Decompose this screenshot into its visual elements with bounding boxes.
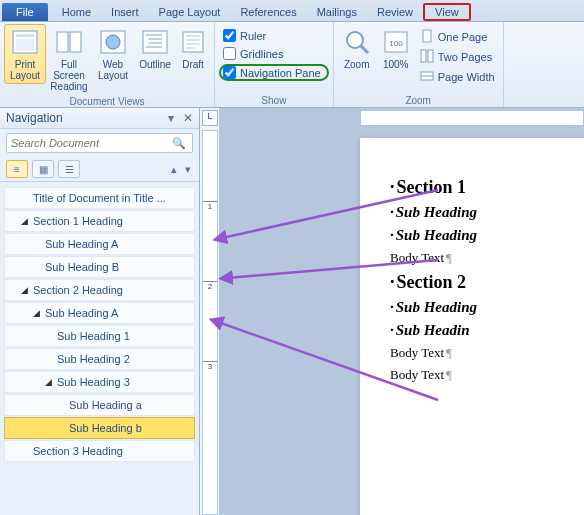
nav-tree-label: Sub Heading B [45, 261, 119, 273]
outline-button[interactable]: Outline [136, 24, 174, 73]
one-page-icon [420, 29, 434, 45]
group-show: Ruler Gridlines Navigation Pane Show [215, 22, 334, 107]
ruler-checkbox[interactable] [223, 29, 236, 42]
expand-icon[interactable]: ◢ [21, 216, 31, 226]
nav-tab-pages[interactable]: ▦ [32, 160, 54, 178]
page-line[interactable]: Body Text [390, 342, 584, 364]
page-line[interactable]: Sub Heading [390, 201, 584, 224]
tab-review[interactable]: Review [367, 3, 423, 21]
vertical-ruler[interactable]: 1 2 3 [202, 130, 218, 515]
nav-tree-label: Sub Heading A [45, 307, 118, 319]
navigation-pane: Navigation ▾ ✕ 🔍 ≡ ▦ ☰ ▴ ▾ Title of Docu… [0, 108, 200, 515]
tab-page-layout[interactable]: Page Layout [149, 3, 231, 21]
nav-tree-item[interactable]: Sub Heading b [4, 417, 195, 439]
gridlines-checkbox-row[interactable]: Gridlines [219, 46, 287, 61]
page-line[interactable]: Body Text [390, 364, 584, 386]
tab-home[interactable]: Home [52, 3, 101, 21]
nav-tree-item[interactable]: Sub Heading B [4, 256, 195, 278]
nav-tree-item[interactable]: Sub Heading a [4, 394, 195, 416]
nav-tree-item[interactable]: Sub Heading 1 [4, 325, 195, 347]
gridlines-label: Gridlines [240, 48, 283, 60]
nav-tree-item[interactable]: ◢Section 1 Heading [4, 210, 195, 232]
workspace: Navigation ▾ ✕ 🔍 ≡ ▦ ☰ ▴ ▾ Title of Docu… [0, 108, 584, 515]
nav-tree-label: Sub Heading 3 [57, 376, 130, 388]
svg-line-18 [361, 46, 368, 53]
navigation-pane-checkbox[interactable] [223, 66, 236, 79]
page-width-button[interactable]: Page Width [416, 68, 499, 86]
nav-tree-label: Section 1 Heading [33, 215, 123, 227]
svg-rect-1 [16, 34, 34, 37]
tab-view[interactable]: View [423, 3, 471, 21]
navigation-pane-checkbox-row[interactable]: Navigation Pane [219, 64, 329, 81]
expand-icon[interactable]: ◢ [33, 308, 43, 318]
zoom-100-icon: 100 [380, 27, 412, 57]
nav-tree-item[interactable]: Title of Document in Title ... [4, 187, 195, 209]
nav-tree-label: Sub Heading 1 [57, 330, 130, 342]
one-page-button[interactable]: One Page [416, 28, 499, 46]
full-screen-label: Full Screen Reading [50, 59, 88, 92]
navigation-search-input[interactable] [7, 134, 166, 152]
nav-tree-label: Section 3 Heading [33, 445, 123, 457]
full-screen-icon [53, 27, 85, 57]
ruler-tab-stop-toggle[interactable]: L [202, 110, 218, 126]
tab-references[interactable]: References [230, 3, 306, 21]
expand-icon[interactable]: ◢ [45, 377, 55, 387]
tab-file[interactable]: File [2, 3, 48, 21]
tab-mailings[interactable]: Mailings [307, 3, 367, 21]
nav-tree-item[interactable]: ◢Section 2 Heading [4, 279, 195, 301]
navigation-pane-menu-icon[interactable]: ▾ [168, 111, 174, 125]
page-line[interactable]: Section 2 [390, 269, 584, 296]
page-line[interactable]: Sub Heading [390, 224, 584, 247]
horizontal-ruler[interactable] [360, 110, 584, 126]
zoom-label: Zoom [344, 59, 370, 70]
two-pages-label: Two Pages [438, 51, 492, 63]
draft-icon [177, 27, 209, 57]
page-line[interactable]: Section 1 [390, 174, 584, 201]
ruler-checkbox-row[interactable]: Ruler [219, 28, 270, 43]
document-page[interactable]: Section 1Sub HeadingSub HeadingBody Text… [360, 138, 584, 515]
nav-tab-headings[interactable]: ≡ [6, 160, 28, 178]
gridlines-checkbox[interactable] [223, 47, 236, 60]
nav-tree-label: Sub Heading a [69, 399, 142, 411]
page-line[interactable]: Body Text [390, 247, 584, 269]
ribbon: Print Layout Full Screen Reading Web Lay… [0, 22, 584, 108]
nav-next-icon[interactable]: ▾ [183, 163, 193, 176]
nav-tree-label: Title of Document in Title ... [33, 192, 166, 204]
expand-icon[interactable]: ◢ [21, 285, 31, 295]
draft-label: Draft [182, 59, 204, 70]
zoom-100-button[interactable]: 100 100% [378, 24, 414, 73]
svg-rect-23 [428, 50, 433, 62]
tab-insert[interactable]: Insert [101, 3, 149, 21]
nav-tree-item[interactable]: Sub Heading 2 [4, 348, 195, 370]
ribbon-tabs: File Home Insert Page Layout References … [0, 0, 584, 22]
nav-tree-item[interactable]: Section 3 Heading [4, 440, 195, 462]
nav-tree-item[interactable]: ◢Sub Heading A [4, 302, 195, 324]
nav-tree-label: Section 2 Heading [33, 284, 123, 296]
zoom-button[interactable]: Zoom [338, 24, 376, 73]
navigation-search[interactable]: 🔍 [6, 133, 193, 153]
page-line[interactable]: Sub Heading [390, 296, 584, 319]
draft-button[interactable]: Draft [176, 24, 210, 73]
nav-prev-icon[interactable]: ▴ [169, 163, 179, 176]
nav-tree-item[interactable]: ◢Sub Heading 3 [4, 371, 195, 393]
web-layout-button[interactable]: Web Layout [92, 24, 134, 84]
nav-tree-item[interactable]: Sub Heading A [4, 233, 195, 255]
group-zoom: Zoom 100 100% One Page Two Pages [334, 22, 504, 107]
full-screen-reading-button[interactable]: Full Screen Reading [48, 24, 90, 95]
one-page-label: One Page [438, 31, 488, 43]
search-icon[interactable]: 🔍 [166, 137, 192, 150]
nav-tree-label: Sub Heading A [45, 238, 118, 250]
navigation-pane-close-icon[interactable]: ✕ [183, 111, 193, 125]
svg-rect-21 [423, 30, 431, 42]
print-layout-icon [9, 27, 41, 57]
zoom-100-label: 100% [383, 59, 409, 70]
page-line[interactable]: Sub Headin [390, 319, 584, 342]
nav-tab-results[interactable]: ☰ [58, 160, 80, 178]
vruler-tick: 1 [203, 201, 217, 211]
svg-text:100: 100 [389, 39, 403, 48]
two-pages-button[interactable]: Two Pages [416, 48, 499, 66]
svg-rect-4 [70, 32, 81, 52]
zoom-icon [341, 27, 373, 57]
document-area: L 1 2 3 Section 1Sub HeadingSub HeadingB… [200, 108, 584, 515]
print-layout-button[interactable]: Print Layout [4, 24, 46, 84]
